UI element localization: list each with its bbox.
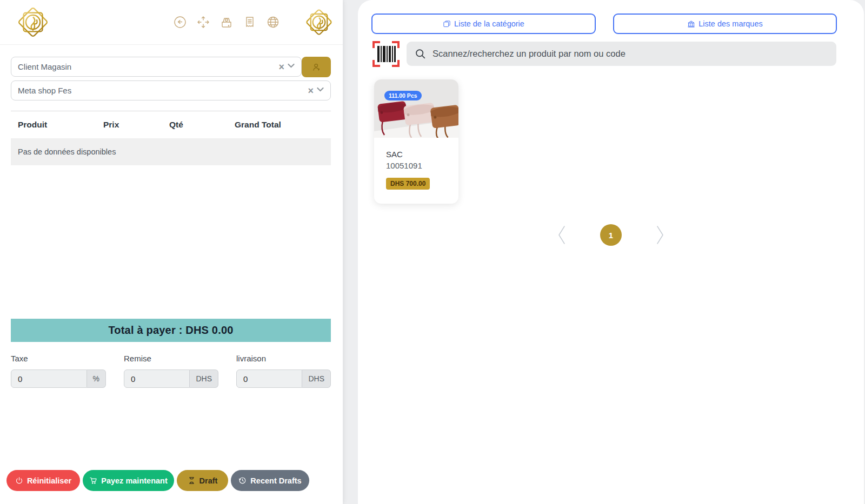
clear-icon[interactable]: × (276, 62, 287, 72)
brand-logo (16, 5, 50, 39)
remise-group: DHS (124, 369, 218, 388)
catalog-panel: Liste de la catégorie Liste des marques (358, 0, 864, 504)
header-toolbar (173, 15, 280, 29)
header (0, 0, 343, 45)
add-user-icon (311, 62, 322, 72)
col-prix: Prix (96, 120, 162, 130)
undo-icon[interactable] (173, 15, 187, 29)
client-select-value: Client Magasin (18, 62, 276, 71)
pay-now-button[interactable]: Payez maintenant (83, 470, 174, 491)
add-client-button[interactable] (302, 57, 331, 77)
taxe-label: Taxe (11, 354, 28, 363)
cash-register-icon[interactable] (219, 15, 233, 29)
pagination: 1 (358, 223, 864, 247)
action-bar: Réinitialiser Payez maintenant Draft Rec… (6, 470, 309, 491)
col-produit: Produit (11, 120, 96, 130)
product-card[interactable]: 111.00 Pcs SAC 10051091 DHS 700.00 (374, 79, 458, 204)
bank-icon (687, 20, 695, 28)
move-arrows-icon[interactable] (196, 15, 210, 29)
col-qte: Qté (162, 120, 228, 130)
empty-state-text: Pas de données disponibles (11, 147, 116, 156)
remise-label: Remise (124, 354, 151, 363)
store-select-value: Meta shop Fes (18, 86, 305, 95)
livraison-unit: DHS (302, 369, 331, 388)
draft-button[interactable]: Draft (177, 470, 228, 491)
remise-input[interactable] (124, 369, 190, 388)
prev-page-icon[interactable] (557, 223, 567, 247)
globe-icon[interactable] (266, 15, 280, 29)
price-badge: DHS 700.00 (386, 178, 430, 190)
client-select[interactable]: Client Magasin × (11, 57, 302, 77)
barcode-scanner-icon[interactable] (371, 39, 401, 69)
product-code: 10051091 (386, 161, 422, 170)
chevron-down-icon[interactable] (316, 85, 325, 96)
product-name: SAC (386, 150, 403, 159)
cart-icon (89, 476, 97, 485)
search-icon (415, 48, 426, 59)
taxe-input[interactable] (11, 369, 87, 388)
taxe-unit: % (87, 369, 106, 388)
recent-drafts-button[interactable]: Recent Drafts (231, 470, 309, 491)
product-search (407, 42, 836, 66)
livraison-label: livraison (236, 354, 266, 363)
chevron-down-icon[interactable] (287, 61, 296, 72)
brand-logo-secondary (304, 8, 334, 37)
page-number[interactable]: 1 (600, 224, 622, 246)
product-image: 111.00 Pcs (374, 79, 458, 138)
stock-badge: 111.00 Pcs (384, 91, 422, 100)
clear-icon[interactable]: × (305, 86, 316, 96)
brands-list-button[interactable]: Liste des marques (613, 14, 837, 34)
pos-app: Client Magasin × Meta shop Fes × Produit… (0, 0, 865, 504)
livraison-input[interactable] (236, 369, 302, 388)
receipt-icon[interactable] (243, 15, 256, 29)
remise-unit: DHS (190, 369, 218, 388)
category-list-button[interactable]: Liste de la catégorie (371, 14, 596, 34)
empty-state-row: Pas de données disponibles (11, 138, 331, 165)
livraison-group: DHS (236, 369, 331, 388)
total-to-pay: Total à payer : DHS 0.00 (108, 324, 233, 337)
col-grand-total: Grand Total (228, 120, 331, 130)
category-icon (443, 20, 451, 28)
next-page-icon[interactable] (655, 223, 665, 247)
store-select[interactable]: Meta shop Fes × (11, 80, 331, 100)
reset-button[interactable]: Réinitialiser (6, 470, 80, 491)
power-icon (15, 476, 23, 485)
history-icon (238, 476, 247, 485)
cart-table-header: Produit Prix Qté Grand Total (11, 111, 331, 138)
hourglass-icon (188, 476, 196, 485)
product-search-input[interactable] (432, 49, 836, 59)
cart-panel: Client Magasin × Meta shop Fes × Produit… (0, 0, 343, 504)
total-bar: Total à payer : DHS 0.00 (11, 319, 331, 342)
cart-table: Produit Prix Qté Grand Total Pas de donn… (11, 111, 331, 165)
taxe-group: % (11, 369, 106, 388)
